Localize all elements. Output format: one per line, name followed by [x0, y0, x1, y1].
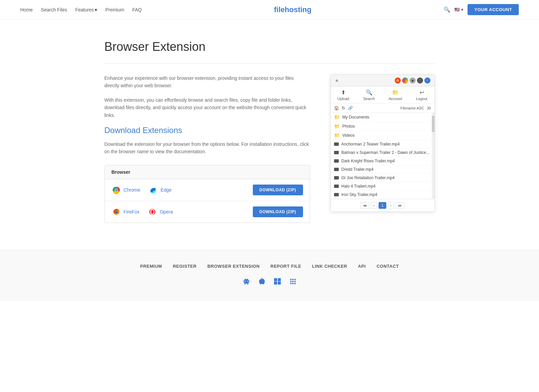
browser-icons-row2: FireFox Opera: [112, 207, 173, 217]
file-name: Dark Knight Rises Trailer.mp4: [341, 159, 395, 163]
language-label: ▾: [461, 7, 463, 12]
list-item[interactable]: Batman v Superman Trailer 2 - Dawn of Ju…: [331, 149, 435, 157]
upload-icon: ⬆: [341, 89, 346, 96]
footer-api[interactable]: API: [358, 264, 366, 269]
per-page-label: 30: [427, 106, 431, 110]
file-icon: [334, 176, 339, 179]
list-item[interactable]: 📁 Photos: [331, 122, 435, 131]
file-icon: [334, 168, 339, 171]
list-item[interactable]: Halo 4 Trailert.mp4: [331, 182, 435, 191]
toolbar-logout[interactable]: ↩ Logout: [416, 89, 427, 101]
nav-premium[interactable]: Premium: [105, 7, 124, 12]
preview-sort: Filename ASC 30: [400, 106, 431, 110]
toolbar-upload[interactable]: ⬆ Upload: [337, 89, 349, 101]
download-zip-btn-row1[interactable]: DOWNLOAD (ZIP): [253, 185, 303, 195]
preview-browser-bar: ★ O ◉ 🎵 ↑: [331, 75, 435, 87]
svg-point-28: [292, 283, 293, 284]
list-item[interactable]: GI Joe Retaliation Trailer.mp4: [331, 174, 435, 182]
list-item[interactable]: Dredd Trailer.mp4: [331, 165, 435, 174]
preview-bar-icons: O ◉ 🎵 ↑: [395, 77, 430, 84]
nav-features[interactable]: Features ▾: [75, 7, 97, 12]
browser-firefox[interactable]: FireFox: [112, 207, 140, 217]
extensions-table: Browser: [104, 165, 310, 223]
scrollbar-thumb[interactable]: [432, 116, 435, 132]
nav-faq[interactable]: FAQ: [132, 7, 142, 12]
pagination-next[interactable]: ›: [388, 202, 394, 209]
flag-icon: 🇺🇸: [454, 7, 460, 12]
footer-link-checker[interactable]: LINK CHECKER: [312, 264, 347, 269]
sort-label: Filename ASC: [400, 106, 424, 110]
file-name: Iron Sky Trailer.mp4: [341, 192, 378, 197]
folder-name: My Documents: [342, 115, 369, 120]
toolbar-account-label: Account: [389, 97, 402, 101]
opera-icon: [148, 207, 157, 217]
toolbar-search[interactable]: 🔍 Search: [363, 89, 375, 101]
footer-browser-extension[interactable]: BROWSER EXTENSION: [207, 264, 260, 269]
footer-report-file[interactable]: REPORT FILE: [270, 264, 301, 269]
file-icon: [334, 151, 339, 154]
windows-icon[interactable]: [273, 277, 282, 288]
page-title: Browser Extension: [104, 40, 435, 54]
blackberry-icon[interactable]: [289, 277, 297, 288]
list-item[interactable]: 📁 Videos: [331, 131, 435, 140]
pagination-first[interactable]: ⏮: [360, 202, 369, 209]
firefox-label: FireFox: [124, 209, 140, 215]
folder-icon: 📁: [334, 115, 340, 120]
svg-line-15: [245, 279, 246, 280]
preview-star-icon: ★: [335, 78, 339, 83]
download-zip-btn-row2[interactable]: DOWNLOAD (ZIP): [253, 206, 303, 217]
table-row-chromeedge: Chrome Edge DOWNLOAD (ZIP): [105, 179, 310, 201]
svg-rect-19: [274, 282, 277, 285]
svg-rect-20: [278, 282, 281, 285]
svg-point-27: [290, 283, 291, 284]
ext-icon-4: 🎵: [417, 77, 423, 84]
search-button[interactable]: 🔍: [444, 6, 450, 13]
list-item[interactable]: Iron Sky Trailer.mp4: [331, 191, 435, 199]
pagination-last[interactable]: ⏭: [395, 202, 405, 209]
intro-text-2: With this extension, you can effortlessl…: [104, 96, 310, 119]
footer-register[interactable]: REGISTER: [173, 264, 197, 269]
your-account-button[interactable]: YOUR ACCOUNT: [468, 4, 519, 15]
browser-opera[interactable]: Opera: [148, 207, 173, 217]
language-selector[interactable]: 🇺🇸 ▾: [454, 7, 463, 12]
pagination-page1[interactable]: 1: [379, 202, 386, 209]
list-item[interactable]: Dark Knight Rises Trailer.mp4: [331, 157, 435, 165]
toolbar-account[interactable]: 📁 Account: [389, 89, 402, 101]
file-name: GI Joe Retaliation Trailer.mp4: [341, 175, 395, 180]
extension-preview: ★ O ◉ 🎵 ↑ ⬆ Upload: [330, 74, 435, 212]
footer-mobile-icons: [20, 277, 519, 288]
apple-icon[interactable]: [258, 277, 266, 288]
scrollbar-track[interactable]: [432, 113, 435, 199]
firefox-icon: [112, 207, 121, 217]
account-icon: 📁: [392, 89, 399, 96]
file-name: Batman v Superman Trailer 2 - Dawn of Ju…: [341, 150, 429, 155]
nav-features-link[interactable]: Features: [75, 7, 94, 12]
preview-pagination: ⏮ ‹ 1 › ⏭: [331, 199, 435, 211]
folder-icon: 📁: [334, 133, 340, 138]
file-icon: [334, 193, 339, 196]
ext-chrome-icon: [402, 77, 408, 84]
svg-point-4: [115, 189, 117, 191]
folder-name: Videos: [342, 133, 355, 138]
logout-icon: ↩: [420, 89, 424, 96]
svg-point-23: [294, 279, 295, 280]
browser-chrome[interactable]: Chrome: [112, 185, 141, 195]
svg-point-25: [292, 281, 293, 282]
list-item[interactable]: 📁 My Documents: [331, 113, 435, 122]
pagination-prev[interactable]: ‹: [371, 202, 378, 209]
browser-edge[interactable]: Edge: [148, 185, 172, 195]
ext-icon-3: ◉: [410, 77, 416, 84]
footer-links: PREMIUM REGISTER BROWSER EXTENSION REPOR…: [20, 264, 519, 269]
preview-nav-bar: 🏠 ↻ 🔗 Filename ASC 30: [331, 104, 435, 113]
footer-premium[interactable]: PREMIUM: [140, 264, 162, 269]
list-item[interactable]: Anchorman 2 Teaser Trailer.mp4: [331, 140, 435, 149]
nav-search-files[interactable]: Search Files: [41, 7, 67, 12]
android-icon[interactable]: [242, 277, 251, 288]
file-name: Halo 4 Trailert.mp4: [341, 184, 376, 189]
svg-point-21: [290, 279, 291, 280]
site-logo[interactable]: filehosting: [274, 5, 311, 14]
svg-rect-18: [278, 278, 281, 281]
nav-home[interactable]: Home: [20, 7, 33, 12]
footer-contact[interactable]: CONTACT: [377, 264, 399, 269]
svg-point-13: [245, 281, 245, 282]
